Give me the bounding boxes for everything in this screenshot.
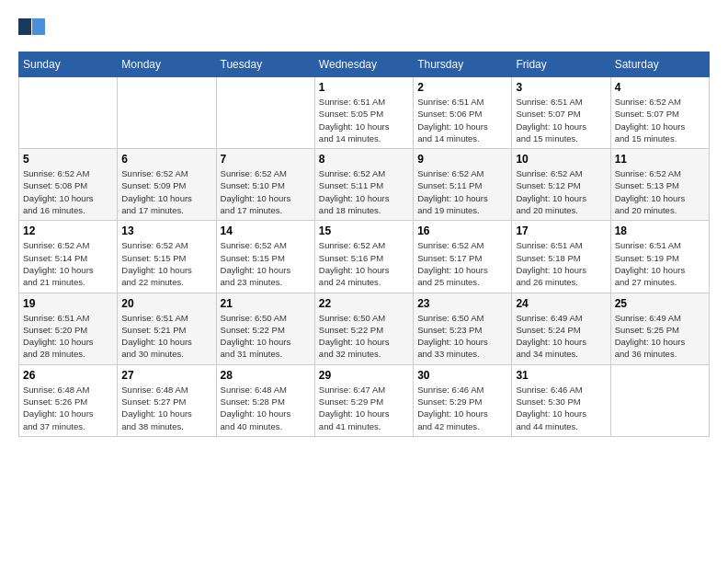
calendar-cell <box>216 77 314 149</box>
calendar-cell: 6Sunrise: 6:52 AM Sunset: 5:09 PM Daylig… <box>118 149 216 221</box>
week-row-2: 5Sunrise: 6:52 AM Sunset: 5:08 PM Daylig… <box>19 149 710 221</box>
day-number: 26 <box>23 369 113 382</box>
day-number: 17 <box>516 224 606 237</box>
calendar-cell: 24Sunrise: 6:49 AM Sunset: 5:24 PM Dayli… <box>512 293 610 364</box>
day-number: 2 <box>417 81 507 94</box>
calendar-table: SundayMondayTuesdayWednesdayThursdayFrid… <box>18 52 710 437</box>
day-info: Sunrise: 6:48 AM Sunset: 5:28 PM Dayligh… <box>221 384 311 432</box>
calendar-cell: 30Sunrise: 6:46 AM Sunset: 5:29 PM Dayli… <box>414 364 512 436</box>
calendar-cell: 9Sunrise: 6:52 AM Sunset: 5:11 PM Daylig… <box>414 149 512 221</box>
calendar-cell: 10Sunrise: 6:52 AM Sunset: 5:12 PM Dayli… <box>512 149 610 221</box>
calendar-cell: 18Sunrise: 6:51 AM Sunset: 5:19 PM Dayli… <box>610 221 709 293</box>
day-info: Sunrise: 6:52 AM Sunset: 5:12 PM Dayligh… <box>516 167 606 216</box>
day-number: 1 <box>319 81 409 94</box>
calendar-cell: 2Sunrise: 6:51 AM Sunset: 5:06 PM Daylig… <box>414 77 512 149</box>
day-info: Sunrise: 6:51 AM Sunset: 5:18 PM Dayligh… <box>516 239 606 288</box>
day-info: Sunrise: 6:47 AM Sunset: 5:29 PM Dayligh… <box>319 384 409 432</box>
day-info: Sunrise: 6:52 AM Sunset: 5:09 PM Dayligh… <box>121 167 211 216</box>
day-number: 9 <box>417 153 507 166</box>
page-header <box>18 18 710 37</box>
calendar-cell: 25Sunrise: 6:49 AM Sunset: 5:25 PM Dayli… <box>610 293 709 364</box>
calendar-cell: 31Sunrise: 6:46 AM Sunset: 5:30 PM Dayli… <box>512 364 610 436</box>
calendar-cell: 5Sunrise: 6:52 AM Sunset: 5:08 PM Daylig… <box>19 149 118 221</box>
day-number: 28 <box>221 369 311 382</box>
day-info: Sunrise: 6:46 AM Sunset: 5:29 PM Dayligh… <box>417 384 507 432</box>
calendar-cell: 21Sunrise: 6:50 AM Sunset: 5:22 PM Dayli… <box>216 293 314 364</box>
calendar-cell: 15Sunrise: 6:52 AM Sunset: 5:16 PM Dayli… <box>314 221 413 293</box>
header-row: SundayMondayTuesdayWednesdayThursdayFrid… <box>19 52 710 77</box>
day-info: Sunrise: 6:51 AM Sunset: 5:19 PM Dayligh… <box>615 239 705 288</box>
day-info: Sunrise: 6:52 AM Sunset: 5:17 PM Dayligh… <box>417 239 507 288</box>
calendar-cell <box>19 77 118 149</box>
calendar-cell: 12Sunrise: 6:52 AM Sunset: 5:14 PM Dayli… <box>19 221 118 293</box>
day-info: Sunrise: 6:48 AM Sunset: 5:26 PM Dayligh… <box>23 384 113 432</box>
week-row-3: 12Sunrise: 6:52 AM Sunset: 5:14 PM Dayli… <box>19 221 710 293</box>
day-info: Sunrise: 6:52 AM Sunset: 5:15 PM Dayligh… <box>221 239 311 288</box>
calendar-cell: 7Sunrise: 6:52 AM Sunset: 5:10 PM Daylig… <box>216 149 314 221</box>
day-info: Sunrise: 6:51 AM Sunset: 5:06 PM Dayligh… <box>417 96 507 144</box>
day-number: 20 <box>121 297 211 310</box>
day-info: Sunrise: 6:48 AM Sunset: 5:27 PM Dayligh… <box>121 384 211 432</box>
day-number: 27 <box>121 369 211 382</box>
column-header-saturday: Saturday <box>610 52 709 77</box>
calendar-cell: 3Sunrise: 6:51 AM Sunset: 5:07 PM Daylig… <box>512 77 610 149</box>
day-number: 5 <box>23 153 113 166</box>
calendar-cell: 28Sunrise: 6:48 AM Sunset: 5:28 PM Dayli… <box>216 364 314 436</box>
day-number: 7 <box>221 153 311 166</box>
calendar-cell: 4Sunrise: 6:52 AM Sunset: 5:07 PM Daylig… <box>610 77 709 149</box>
day-info: Sunrise: 6:52 AM Sunset: 5:11 PM Dayligh… <box>319 167 409 216</box>
calendar-cell: 19Sunrise: 6:51 AM Sunset: 5:20 PM Dayli… <box>19 293 118 364</box>
day-info: Sunrise: 6:52 AM Sunset: 5:07 PM Dayligh… <box>615 96 705 144</box>
column-header-friday: Friday <box>512 52 610 77</box>
day-number: 21 <box>221 297 311 310</box>
day-info: Sunrise: 6:52 AM Sunset: 5:14 PM Dayligh… <box>23 239 113 288</box>
day-number: 10 <box>516 153 606 166</box>
day-number: 3 <box>516 81 606 94</box>
day-info: Sunrise: 6:50 AM Sunset: 5:23 PM Dayligh… <box>417 312 507 361</box>
day-number: 8 <box>319 153 409 166</box>
column-header-monday: Monday <box>118 52 216 77</box>
calendar-cell: 26Sunrise: 6:48 AM Sunset: 5:26 PM Dayli… <box>19 364 118 436</box>
calendar-cell: 27Sunrise: 6:48 AM Sunset: 5:27 PM Dayli… <box>118 364 216 436</box>
day-info: Sunrise: 6:51 AM Sunset: 5:07 PM Dayligh… <box>516 96 606 144</box>
column-header-thursday: Thursday <box>414 52 512 77</box>
day-number: 22 <box>319 297 409 310</box>
day-number: 23 <box>417 297 507 310</box>
calendar-cell: 20Sunrise: 6:51 AM Sunset: 5:21 PM Dayli… <box>118 293 216 364</box>
day-info: Sunrise: 6:52 AM Sunset: 5:16 PM Dayligh… <box>319 239 409 288</box>
calendar-cell: 16Sunrise: 6:52 AM Sunset: 5:17 PM Dayli… <box>414 221 512 293</box>
calendar-cell: 13Sunrise: 6:52 AM Sunset: 5:15 PM Dayli… <box>118 221 216 293</box>
day-info: Sunrise: 6:52 AM Sunset: 5:10 PM Dayligh… <box>221 167 311 216</box>
day-number: 14 <box>221 224 311 237</box>
day-number: 11 <box>615 153 705 166</box>
day-info: Sunrise: 6:52 AM Sunset: 5:13 PM Dayligh… <box>615 167 705 216</box>
day-number: 31 <box>516 369 606 382</box>
day-info: Sunrise: 6:52 AM Sunset: 5:08 PM Dayligh… <box>23 167 113 216</box>
column-header-wednesday: Wednesday <box>314 52 413 77</box>
day-number: 24 <box>516 297 606 310</box>
day-info: Sunrise: 6:49 AM Sunset: 5:25 PM Dayligh… <box>615 312 705 361</box>
day-number: 15 <box>319 224 409 237</box>
day-info: Sunrise: 6:49 AM Sunset: 5:24 PM Dayligh… <box>516 312 606 361</box>
calendar-cell: 29Sunrise: 6:47 AM Sunset: 5:29 PM Dayli… <box>314 364 413 436</box>
day-number: 6 <box>121 153 211 166</box>
column-header-sunday: Sunday <box>19 52 118 77</box>
day-number: 12 <box>23 224 113 237</box>
calendar-cell: 23Sunrise: 6:50 AM Sunset: 5:23 PM Dayli… <box>414 293 512 364</box>
day-info: Sunrise: 6:52 AM Sunset: 5:15 PM Dayligh… <box>121 239 211 288</box>
day-number: 29 <box>319 369 409 382</box>
week-row-1: 1Sunrise: 6:51 AM Sunset: 5:05 PM Daylig… <box>19 77 710 149</box>
calendar-cell: 8Sunrise: 6:52 AM Sunset: 5:11 PM Daylig… <box>314 149 413 221</box>
column-header-tuesday: Tuesday <box>216 52 314 77</box>
day-info: Sunrise: 6:50 AM Sunset: 5:22 PM Dayligh… <box>221 312 311 361</box>
day-info: Sunrise: 6:51 AM Sunset: 5:21 PM Dayligh… <box>121 312 211 361</box>
day-info: Sunrise: 6:51 AM Sunset: 5:20 PM Dayligh… <box>23 312 113 361</box>
logo-icon <box>18 18 46 35</box>
day-number: 16 <box>417 224 507 237</box>
calendar-cell: 22Sunrise: 6:50 AM Sunset: 5:22 PM Dayli… <box>314 293 413 364</box>
week-row-4: 19Sunrise: 6:51 AM Sunset: 5:20 PM Dayli… <box>19 293 710 364</box>
calendar-cell: 14Sunrise: 6:52 AM Sunset: 5:15 PM Dayli… <box>216 221 314 293</box>
calendar-cell: 11Sunrise: 6:52 AM Sunset: 5:13 PM Dayli… <box>610 149 709 221</box>
calendar-cell <box>118 77 216 149</box>
calendar-cell: 1Sunrise: 6:51 AM Sunset: 5:05 PM Daylig… <box>314 77 413 149</box>
